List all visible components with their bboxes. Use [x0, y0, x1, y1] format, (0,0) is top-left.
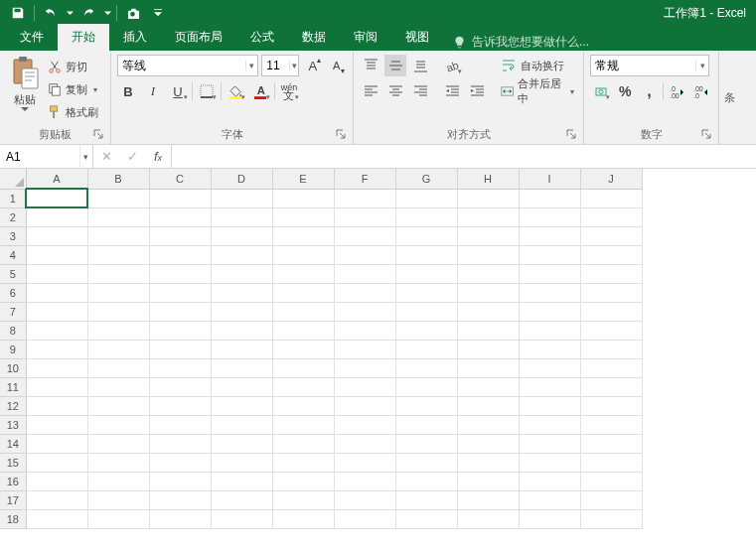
row-header[interactable]: 11 [0, 377, 26, 396]
row-header[interactable]: 8 [0, 321, 26, 340]
cell-H17[interactable] [457, 490, 519, 509]
column-header[interactable]: C [149, 169, 211, 189]
cell-A7[interactable] [26, 302, 87, 321]
cell-F2[interactable] [334, 207, 395, 226]
cell-H1[interactable] [457, 189, 519, 207]
cell-J8[interactable] [580, 321, 642, 340]
tab-review[interactable]: 审阅 [340, 24, 391, 51]
cell-F12[interactable] [334, 396, 395, 415]
cell-I14[interactable] [519, 434, 580, 453]
cell-E8[interactable] [272, 321, 334, 340]
tab-data[interactable]: 数据 [288, 24, 340, 51]
chevron-down-icon[interactable]: ▾ [567, 87, 574, 96]
cell-A1[interactable] [26, 189, 87, 207]
cancel-formula-button[interactable]: ✕ [93, 149, 119, 164]
cell-D5[interactable] [211, 264, 272, 283]
tab-file[interactable]: 文件 [6, 24, 58, 51]
cell-F5[interactable] [334, 264, 395, 283]
font-name-input[interactable] [118, 59, 245, 72]
cell-E9[interactable] [272, 340, 334, 358]
cell-A18[interactable] [26, 509, 87, 528]
cell-B3[interactable] [87, 226, 149, 245]
cell-A3[interactable] [26, 226, 87, 245]
row-header[interactable]: 7 [0, 302, 26, 321]
cell-I11[interactable] [519, 377, 580, 396]
cell-F14[interactable] [334, 434, 395, 453]
cell-D11[interactable] [211, 377, 272, 396]
cell-A9[interactable] [26, 340, 87, 358]
formula-input[interactable] [172, 145, 756, 168]
cell-F18[interactable] [334, 509, 395, 528]
cell-F16[interactable] [334, 472, 395, 490]
cell-F1[interactable] [334, 189, 395, 207]
cell-I4[interactable] [519, 245, 580, 264]
cell-F15[interactable] [334, 453, 395, 472]
cell-B17[interactable] [87, 490, 149, 509]
row-header[interactable]: 12 [0, 396, 26, 415]
cell-C16[interactable] [149, 472, 211, 490]
cell-E12[interactable] [272, 396, 334, 415]
redo-icon[interactable] [76, 2, 100, 24]
row-header[interactable]: 13 [0, 415, 26, 434]
cell-H6[interactable] [457, 283, 519, 302]
cell-D12[interactable] [211, 396, 272, 415]
dialog-launcher-icon[interactable] [92, 129, 104, 141]
chevron-down-icon[interactable]: ▾ [245, 61, 258, 70]
tell-me-search[interactable]: 告诉我您想要做什么... [443, 34, 589, 51]
cell-H16[interactable] [457, 472, 519, 490]
column-header[interactable]: J [580, 169, 642, 189]
cell-C15[interactable] [149, 453, 211, 472]
cell-I5[interactable] [519, 264, 580, 283]
cell-B18[interactable] [87, 509, 149, 528]
cell-G14[interactable] [395, 434, 457, 453]
cell-J7[interactable] [580, 302, 642, 321]
cell-F4[interactable] [334, 245, 395, 264]
row-header[interactable]: 1 [0, 189, 26, 207]
cell-I2[interactable] [519, 207, 580, 226]
cell-J17[interactable] [580, 490, 642, 509]
cell-E15[interactable] [272, 453, 334, 472]
cell-A4[interactable] [26, 245, 87, 264]
row-header[interactable]: 18 [0, 509, 26, 528]
cell-G3[interactable] [395, 226, 457, 245]
cell-F13[interactable] [334, 415, 395, 434]
cell-B14[interactable] [87, 434, 149, 453]
cell-C12[interactable] [149, 396, 211, 415]
cell-H4[interactable] [457, 245, 519, 264]
cell-A14[interactable] [26, 434, 87, 453]
cell-D8[interactable] [211, 321, 272, 340]
row-header[interactable]: 16 [0, 472, 26, 490]
row-header[interactable]: 4 [0, 245, 26, 264]
cell-H13[interactable] [457, 415, 519, 434]
accounting-format-button[interactable] [590, 80, 611, 102]
font-color-button[interactable]: A [249, 80, 271, 102]
cell-H11[interactable] [457, 377, 519, 396]
cell-B2[interactable] [87, 207, 149, 226]
cell-C9[interactable] [149, 340, 211, 358]
increase-indent-button[interactable] [466, 80, 488, 102]
tab-insert[interactable]: 插入 [109, 24, 161, 51]
font-size-input[interactable] [262, 59, 288, 72]
cell-G9[interactable] [395, 340, 457, 358]
cell-D4[interactable] [211, 245, 272, 264]
cell-C1[interactable] [149, 189, 211, 207]
camera-icon[interactable] [121, 2, 145, 24]
cell-I13[interactable] [519, 415, 580, 434]
cell-I16[interactable] [519, 472, 580, 490]
cell-E14[interactable] [272, 434, 334, 453]
cell-C3[interactable] [149, 226, 211, 245]
cell-G5[interactable] [395, 264, 457, 283]
ribbon-overflow[interactable]: 条 [719, 51, 739, 144]
decrease-font-size-button[interactable]: A▾ [326, 55, 347, 76]
cell-F10[interactable] [334, 358, 395, 377]
column-header[interactable]: D [211, 169, 272, 189]
bold-button[interactable]: B [117, 80, 139, 102]
column-header[interactable]: B [87, 169, 149, 189]
row-header[interactable]: 5 [0, 264, 26, 283]
cell-E3[interactable] [272, 226, 334, 245]
paste-button[interactable]: 粘贴 [6, 55, 44, 125]
font-size-combo[interactable]: ▾ [261, 55, 299, 76]
cell-I8[interactable] [519, 321, 580, 340]
cell-D18[interactable] [211, 509, 272, 528]
cell-F6[interactable] [334, 283, 395, 302]
